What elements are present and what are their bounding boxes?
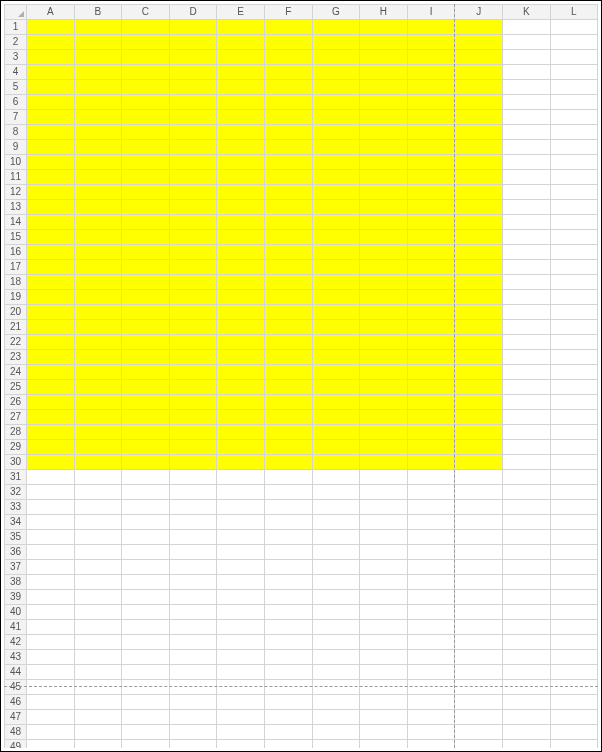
cell-C28[interactable] (122, 425, 170, 440)
cell-A8[interactable] (27, 125, 75, 140)
cell-F41[interactable] (264, 620, 312, 635)
cell-C20[interactable] (122, 305, 170, 320)
cell-B15[interactable] (74, 230, 122, 245)
column-header-k[interactable]: K (502, 5, 550, 20)
row-header-28[interactable]: 28 (5, 425, 27, 440)
cell-G47[interactable] (312, 710, 360, 725)
row-header-8[interactable]: 8 (5, 125, 27, 140)
cell-E30[interactable] (217, 455, 265, 470)
cell-L21[interactable] (550, 320, 598, 335)
cell-L28[interactable] (550, 425, 598, 440)
cell-D40[interactable] (169, 605, 217, 620)
cell-G19[interactable] (312, 290, 360, 305)
cell-G43[interactable] (312, 650, 360, 665)
cell-F28[interactable] (264, 425, 312, 440)
row-header-44[interactable]: 44 (5, 665, 27, 680)
cell-H39[interactable] (360, 590, 408, 605)
cell-K4[interactable] (502, 65, 550, 80)
cell-F47[interactable] (264, 710, 312, 725)
cell-F17[interactable] (264, 260, 312, 275)
cell-B27[interactable] (74, 410, 122, 425)
cell-L35[interactable] (550, 530, 598, 545)
cell-I29[interactable] (407, 440, 455, 455)
cell-F18[interactable] (264, 275, 312, 290)
cell-L34[interactable] (550, 515, 598, 530)
cell-C30[interactable] (122, 455, 170, 470)
cell-C11[interactable] (122, 170, 170, 185)
row-header-35[interactable]: 35 (5, 530, 27, 545)
cell-B44[interactable] (74, 665, 122, 680)
cell-D37[interactable] (169, 560, 217, 575)
cell-G38[interactable] (312, 575, 360, 590)
cell-B26[interactable] (74, 395, 122, 410)
cell-E23[interactable] (217, 350, 265, 365)
cell-I49[interactable] (407, 740, 455, 749)
cell-J35[interactable] (455, 530, 503, 545)
cell-E3[interactable] (217, 50, 265, 65)
cell-I15[interactable] (407, 230, 455, 245)
cell-F15[interactable] (264, 230, 312, 245)
cell-G24[interactable] (312, 365, 360, 380)
cell-H46[interactable] (360, 695, 408, 710)
cell-B33[interactable] (74, 500, 122, 515)
cell-D31[interactable] (169, 470, 217, 485)
cell-B40[interactable] (74, 605, 122, 620)
cell-A31[interactable] (27, 470, 75, 485)
cell-D33[interactable] (169, 500, 217, 515)
cell-C24[interactable] (122, 365, 170, 380)
cell-E15[interactable] (217, 230, 265, 245)
cell-H4[interactable] (360, 65, 408, 80)
cell-C47[interactable] (122, 710, 170, 725)
cell-J20[interactable] (455, 305, 503, 320)
row-header-49[interactable]: 49 (5, 740, 27, 749)
cell-L37[interactable] (550, 560, 598, 575)
cell-D4[interactable] (169, 65, 217, 80)
cell-I47[interactable] (407, 710, 455, 725)
cell-L18[interactable] (550, 275, 598, 290)
cell-E8[interactable] (217, 125, 265, 140)
cell-G26[interactable] (312, 395, 360, 410)
cell-A44[interactable] (27, 665, 75, 680)
cell-F32[interactable] (264, 485, 312, 500)
cell-L38[interactable] (550, 575, 598, 590)
cell-K11[interactable] (502, 170, 550, 185)
cell-L42[interactable] (550, 635, 598, 650)
cell-K1[interactable] (502, 20, 550, 35)
cell-B20[interactable] (74, 305, 122, 320)
cell-L13[interactable] (550, 200, 598, 215)
row-header-18[interactable]: 18 (5, 275, 27, 290)
cell-I24[interactable] (407, 365, 455, 380)
cell-C14[interactable] (122, 215, 170, 230)
cell-J24[interactable] (455, 365, 503, 380)
cell-J6[interactable] (455, 95, 503, 110)
cell-B6[interactable] (74, 95, 122, 110)
cell-H2[interactable] (360, 35, 408, 50)
cell-D22[interactable] (169, 335, 217, 350)
cell-D23[interactable] (169, 350, 217, 365)
cell-B47[interactable] (74, 710, 122, 725)
cell-F43[interactable] (264, 650, 312, 665)
cell-I18[interactable] (407, 275, 455, 290)
cell-H45[interactable] (360, 680, 408, 695)
row-header-32[interactable]: 32 (5, 485, 27, 500)
cell-F34[interactable] (264, 515, 312, 530)
cell-F13[interactable] (264, 200, 312, 215)
cell-L45[interactable] (550, 680, 598, 695)
cell-C49[interactable] (122, 740, 170, 749)
cell-F6[interactable] (264, 95, 312, 110)
cell-B34[interactable] (74, 515, 122, 530)
row-header-9[interactable]: 9 (5, 140, 27, 155)
cell-D6[interactable] (169, 95, 217, 110)
cell-B28[interactable] (74, 425, 122, 440)
cell-F40[interactable] (264, 605, 312, 620)
cell-K16[interactable] (502, 245, 550, 260)
cell-F30[interactable] (264, 455, 312, 470)
cell-H29[interactable] (360, 440, 408, 455)
cell-I41[interactable] (407, 620, 455, 635)
cell-F4[interactable] (264, 65, 312, 80)
cell-I40[interactable] (407, 605, 455, 620)
cell-H47[interactable] (360, 710, 408, 725)
cell-K28[interactable] (502, 425, 550, 440)
cell-C45[interactable] (122, 680, 170, 695)
cell-J13[interactable] (455, 200, 503, 215)
